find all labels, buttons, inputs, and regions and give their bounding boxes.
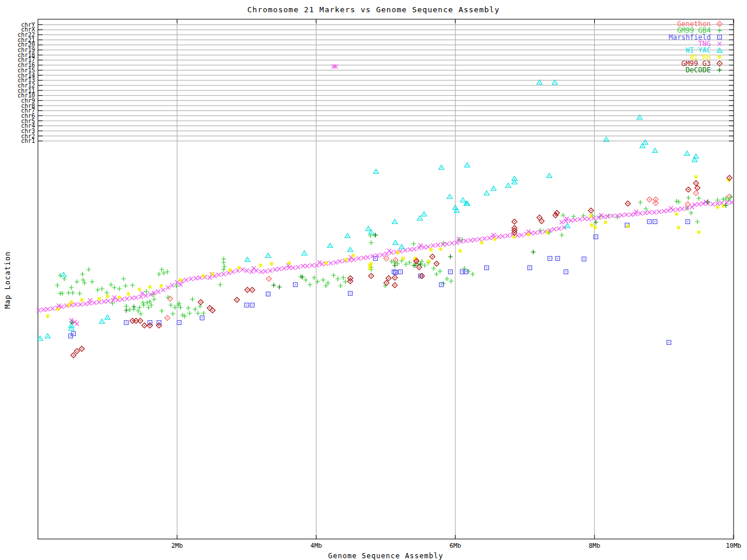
- data-point: [486, 193, 487, 194]
- data-point: [647, 211, 651, 215]
- data-point: [469, 239, 473, 243]
- data-point: [610, 214, 615, 218]
- data-point: [434, 272, 439, 276]
- data-point: [217, 273, 221, 277]
- data-point: [697, 230, 701, 235]
- data-point: [591, 210, 592, 211]
- x-tick-label-8Mb: 8Mb: [589, 542, 601, 550]
- data-point: [135, 320, 137, 321]
- data-point: [680, 207, 684, 211]
- data-point: [350, 281, 351, 282]
- data-point: [37, 309, 41, 313]
- legend-label-decode: DeCODE: [686, 66, 711, 74]
- data-point: [541, 220, 542, 222]
- data-point: [156, 272, 161, 276]
- data-point: [589, 214, 593, 218]
- data-point: [282, 267, 286, 271]
- data-point: [454, 208, 459, 213]
- data-point: [438, 269, 442, 274]
- data-point: [187, 311, 192, 316]
- data-point: [439, 247, 443, 251]
- data-point: [387, 249, 391, 253]
- data-point: [345, 233, 350, 238]
- data-point: [431, 266, 436, 271]
- data-point: [302, 251, 307, 256]
- data-point: [88, 302, 92, 306]
- data-point: [445, 242, 449, 246]
- x-tick-label-4Mb: 4Mb: [310, 542, 322, 550]
- data-point: [165, 270, 170, 274]
- data-point: [392, 219, 397, 224]
- data-point: [178, 305, 183, 310]
- data-point: [421, 275, 423, 276]
- data-point: [144, 325, 145, 326]
- data-point: [447, 194, 452, 199]
- data-point: [620, 214, 624, 218]
- data-point: [400, 271, 401, 272]
- data-point: [420, 275, 421, 276]
- data-point: [487, 236, 491, 240]
- data-point: [589, 223, 594, 228]
- data-point: [412, 247, 416, 251]
- y-axis-label: Map Location: [4, 239, 12, 321]
- data-point: [395, 285, 396, 286]
- data-point: [246, 304, 247, 306]
- data-point: [99, 319, 104, 324]
- data-point: [416, 261, 417, 262]
- data-point: [467, 165, 468, 166]
- data-point: [73, 355, 74, 356]
- y-tick-label-chr1: chr1: [21, 138, 35, 144]
- data-point: [266, 253, 271, 258]
- data-point: [146, 305, 151, 310]
- data-point: [198, 304, 203, 309]
- data-point: [669, 206, 673, 211]
- data-point: [357, 257, 361, 261]
- data-point: [477, 237, 481, 242]
- data-point: [347, 236, 348, 237]
- data-point: [78, 291, 82, 296]
- data-point: [395, 277, 396, 278]
- data-point: [338, 284, 343, 288]
- data-point: [141, 300, 145, 305]
- data-point: [201, 274, 205, 278]
- data-point: [445, 276, 449, 281]
- data-point: [668, 342, 669, 343]
- data-point: [697, 202, 701, 206]
- data-point: [351, 254, 355, 258]
- series-wi-yac: [37, 80, 699, 341]
- data-point: [317, 261, 322, 265]
- data-point: [46, 314, 50, 318]
- data-point: [240, 268, 245, 272]
- data-point: [497, 235, 501, 239]
- data-point: [529, 267, 530, 268]
- data-point: [439, 165, 444, 170]
- data-point: [40, 338, 41, 340]
- data-point: [718, 55, 722, 59]
- data-point: [418, 267, 420, 268]
- data-point: [429, 248, 433, 252]
- data-point: [327, 243, 333, 248]
- data-point: [719, 23, 720, 24]
- data-point: [395, 222, 396, 223]
- data-point: [655, 199, 657, 200]
- data-point: [170, 284, 174, 288]
- data-point: [560, 233, 564, 237]
- data-point: [455, 208, 456, 209]
- data-point: [268, 278, 270, 279]
- data-point: [270, 262, 274, 266]
- data-point: [450, 271, 451, 272]
- data-point: [639, 117, 640, 118]
- data-point: [483, 237, 487, 241]
- data-point: [312, 275, 316, 280]
- data-point: [55, 283, 60, 288]
- data-point: [662, 209, 666, 214]
- data-point: [395, 243, 396, 244]
- data-point: [51, 307, 55, 311]
- data-point: [348, 247, 353, 252]
- data-point: [578, 218, 582, 222]
- data-point: [331, 273, 336, 278]
- data-point: [606, 215, 610, 219]
- data-point: [593, 226, 597, 230]
- data-point: [159, 267, 164, 272]
- data-point: [436, 263, 437, 264]
